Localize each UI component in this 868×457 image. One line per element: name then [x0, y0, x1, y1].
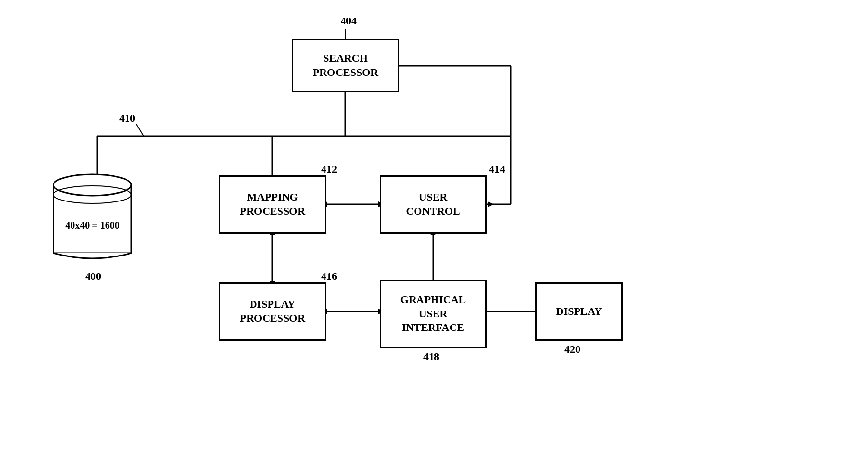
mapping-processor-box: MAPPINGPROCESSOR [219, 175, 326, 234]
display-processor-label: DISPLAYPROCESSOR [240, 297, 305, 325]
label-412: 412 [321, 163, 337, 176]
label-410: 410 [119, 112, 135, 125]
search-processor-box: SEARCHPROCESSOR [292, 39, 399, 92]
svg-line-23 [136, 124, 144, 136]
svg-text:40x40 = 1600: 40x40 = 1600 [65, 220, 119, 231]
label-404: 404 [341, 15, 357, 27]
svg-marker-6 [488, 201, 494, 207]
database-cylinder: 40x40 = 1600 [44, 170, 141, 268]
search-processor-label: SEARCHPROCESSOR [313, 52, 378, 79]
svg-point-25 [54, 174, 131, 196]
mapping-processor-label: MAPPINGPROCESSOR [240, 190, 305, 218]
display-box: DISPLAY [535, 282, 623, 341]
diagram: SEARCHPROCESSOR 404 MAPPINGPROCESSOR 412… [0, 0, 868, 457]
user-control-label: USERCONTROL [406, 190, 460, 218]
label-416: 416 [321, 270, 337, 283]
label-400: 400 [85, 270, 101, 283]
gui-box: GRAPHICALUSERINTERFACE [380, 280, 487, 348]
display-processor-box: DISPLAYPROCESSOR [219, 282, 326, 341]
label-420: 420 [564, 343, 580, 356]
user-control-box: USERCONTROL [380, 175, 487, 234]
label-414: 414 [489, 163, 505, 176]
display-label: DISPLAY [556, 305, 602, 319]
label-418: 418 [423, 350, 439, 363]
gui-label: GRAPHICALUSERINTERFACE [400, 293, 466, 335]
